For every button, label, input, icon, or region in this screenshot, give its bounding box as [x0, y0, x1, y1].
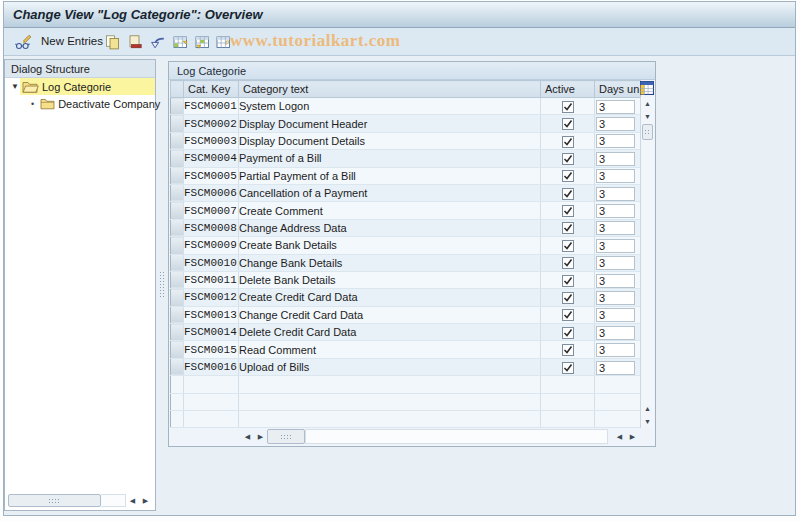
active-checkbox[interactable] — [562, 205, 574, 217]
category-text-cell[interactable]: Cancellation of a Payment — [239, 184, 541, 201]
scroll-up-button[interactable]: ▲ — [641, 97, 654, 110]
page-up-button[interactable]: ▲ — [641, 402, 654, 415]
scrollbar-track[interactable] — [101, 494, 126, 507]
column-header-category-text[interactable]: Category text — [239, 81, 541, 98]
category-text-cell[interactable]: Partial Payment of a Bill — [239, 167, 541, 184]
category-text-cell[interactable]: Create Bank Details — [239, 237, 541, 254]
active-checkbox[interactable] — [562, 292, 574, 304]
cat-key-cell[interactable]: FSCM0014 — [184, 324, 239, 341]
category-text-cell[interactable]: System Logon — [239, 98, 541, 115]
cat-key-cell[interactable]: FSCM0003 — [184, 132, 239, 149]
scroll-right-button[interactable]: ▶ — [254, 429, 267, 444]
select-all-icon[interactable] — [172, 34, 189, 50]
category-text-cell[interactable]: Create Comment — [239, 202, 541, 219]
days-input[interactable]: 3 — [596, 326, 635, 340]
row-selector[interactable] — [171, 289, 184, 306]
active-checkbox[interactable] — [562, 257, 574, 269]
days-input[interactable]: 3 — [596, 308, 635, 322]
expand-caret-icon[interactable]: ▼ — [10, 82, 20, 91]
category-text-cell[interactable]: Change Address Data — [239, 219, 541, 236]
row-selector[interactable] — [171, 393, 184, 410]
row-selector[interactable] — [171, 219, 184, 236]
days-input[interactable]: 3 — [596, 343, 635, 357]
display-change-icon[interactable] — [15, 34, 32, 50]
table-settings-icon[interactable] — [640, 81, 654, 95]
category-text-cell[interactable]: Delete Credit Card Data — [239, 324, 541, 341]
days-input[interactable]: 3 — [596, 134, 635, 148]
scrollbar-thumb[interactable] — [267, 429, 305, 444]
category-text-cell[interactable]: Display Document Details — [239, 132, 541, 149]
row-selector[interactable] — [171, 324, 184, 341]
scrollbar-thumb[interactable] — [8, 494, 101, 507]
row-selector[interactable] — [171, 202, 184, 219]
cat-key-cell[interactable]: FSCM0001 — [184, 98, 239, 115]
active-checkbox[interactable] — [562, 118, 574, 130]
cat-key-cell[interactable]: FSCM0008 — [184, 219, 239, 236]
days-input[interactable]: 3 — [596, 152, 635, 166]
days-input[interactable]: 3 — [596, 169, 635, 183]
cat-key-cell[interactable]: FSCM0007 — [184, 202, 239, 219]
category-text-cell[interactable]: Create Credit Card Data — [239, 289, 541, 306]
days-input[interactable]: 3 — [596, 221, 635, 235]
cat-key-cell[interactable]: FSCM0005 — [184, 167, 239, 184]
row-selector[interactable] — [171, 306, 184, 323]
row-selector[interactable] — [171, 115, 184, 132]
days-input[interactable]: 3 — [596, 291, 635, 305]
row-selector[interactable] — [171, 132, 184, 149]
row-selector[interactable] — [171, 167, 184, 184]
column-header-days[interactable]: Days un — [595, 81, 641, 98]
active-checkbox[interactable] — [562, 101, 574, 113]
panel-splitter[interactable] — [156, 59, 168, 511]
row-selector[interactable] — [171, 98, 184, 115]
category-text-cell[interactable]: Payment of a Bill — [239, 150, 541, 167]
active-checkbox[interactable] — [562, 275, 574, 287]
scroll-down-button[interactable]: ▼ — [641, 110, 654, 123]
row-selector[interactable] — [171, 411, 184, 428]
row-selector[interactable] — [171, 358, 184, 375]
select-block-icon[interactable] — [194, 34, 211, 50]
delete-icon[interactable] — [126, 34, 143, 50]
page-left-button[interactable]: ◀ — [613, 429, 626, 444]
cat-key-cell[interactable]: FSCM0015 — [184, 341, 239, 358]
row-selector[interactable] — [171, 271, 184, 288]
scrollbar-thumb[interactable] — [642, 124, 653, 140]
scroll-left-button[interactable]: ◀ — [126, 494, 139, 507]
active-checkbox[interactable] — [562, 188, 574, 200]
row-selector[interactable] — [171, 254, 184, 271]
cat-key-cell[interactable]: FSCM0004 — [184, 150, 239, 167]
category-text-cell[interactable]: Change Credit Card Data — [239, 306, 541, 323]
days-input[interactable]: 3 — [596, 204, 635, 218]
scroll-left-button[interactable]: ◀ — [241, 429, 254, 444]
cat-key-cell[interactable]: FSCM0013 — [184, 306, 239, 323]
cat-key-cell[interactable]: FSCM0011 — [184, 271, 239, 288]
column-header-cat-key[interactable]: Cat. Key — [184, 81, 239, 98]
category-text-cell[interactable]: Read Comment — [239, 341, 541, 358]
cat-key-cell[interactable]: FSCM0006 — [184, 184, 239, 201]
column-header-active[interactable]: Active — [541, 81, 595, 98]
select-all-header-cell[interactable] — [171, 81, 184, 98]
undo-icon[interactable] — [149, 34, 166, 50]
page-down-button[interactable]: ▼ — [641, 415, 654, 428]
scrollbar-track[interactable] — [305, 429, 608, 444]
active-checkbox[interactable] — [562, 362, 574, 374]
active-checkbox[interactable] — [562, 344, 574, 356]
cat-key-cell[interactable]: FSCM0009 — [184, 237, 239, 254]
days-input[interactable]: 3 — [596, 274, 635, 288]
cat-key-cell[interactable]: FSCM0016 — [184, 358, 239, 375]
scroll-right-button[interactable]: ▶ — [139, 494, 152, 507]
active-checkbox[interactable] — [562, 170, 574, 182]
row-selector[interactable] — [171, 237, 184, 254]
days-input[interactable]: 3 — [596, 117, 635, 131]
cat-key-cell[interactable]: FSCM0010 — [184, 254, 239, 271]
tree-item-deactivate-company[interactable]: • Deactivate Company — [5, 95, 155, 112]
page-right-button[interactable]: ▶ — [626, 429, 639, 444]
category-text-cell[interactable]: Change Bank Details — [239, 254, 541, 271]
row-selector[interactable] — [171, 150, 184, 167]
active-checkbox[interactable] — [562, 136, 574, 148]
days-input[interactable]: 3 — [596, 187, 635, 201]
days-input[interactable]: 3 — [596, 361, 635, 375]
active-checkbox[interactable] — [562, 240, 574, 252]
active-checkbox[interactable] — [562, 222, 574, 234]
row-selector[interactable] — [171, 184, 184, 201]
row-selector[interactable] — [171, 376, 184, 393]
